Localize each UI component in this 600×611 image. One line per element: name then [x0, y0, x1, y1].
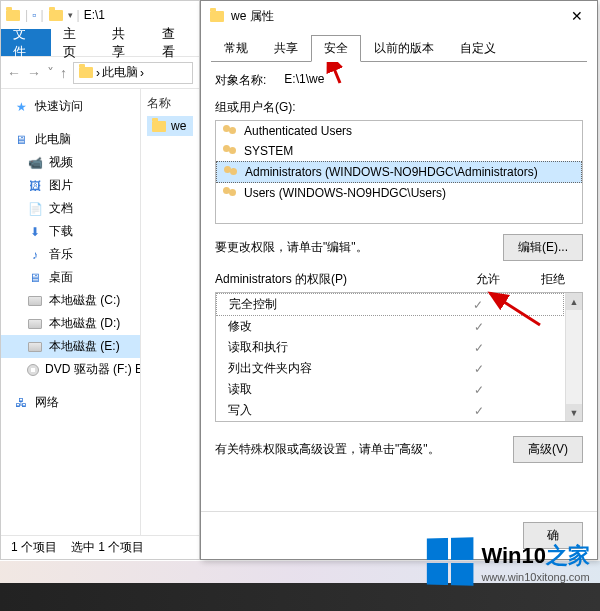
tree-downloads[interactable]: ⬇下载 [1, 220, 140, 243]
network-icon: 🖧 [13, 395, 29, 411]
forward-button[interactable]: → [27, 65, 41, 81]
group-item[interactable]: SYSTEM [216, 141, 582, 161]
scroll-up-icon[interactable]: ▲ [566, 293, 582, 310]
object-name-label: 对象名称: [215, 72, 266, 89]
file-row[interactable]: we [147, 116, 193, 136]
properties-dialog: we 属性 ✕ 常规 共享 安全 以前的版本 自定义 对象名称: E:\1\we… [200, 0, 598, 560]
downloads-icon: ⬇ [27, 224, 43, 240]
status-bar: 1 个项目 选中 1 个项目 [1, 535, 199, 559]
tree-this-pc[interactable]: 🖥此电脑 [1, 128, 140, 151]
dialog-body: 对象名称: E:\1\we 组或用户名(G): Authenticated Us… [201, 62, 597, 511]
check-icon: ✓ [444, 341, 514, 355]
tree-drive-e[interactable]: 本地磁盘 (E:) [1, 335, 140, 358]
column-name[interactable]: 名称 [147, 95, 193, 116]
tree-documents[interactable]: 📄文档 [1, 197, 140, 220]
tree-drive-d[interactable]: 本地磁盘 (D:) [1, 312, 140, 335]
scrollbar[interactable]: ▲ ▼ [565, 293, 582, 421]
tree-drive-c[interactable]: 本地磁盘 (C:) [1, 289, 140, 312]
permission-row[interactable]: 写入✓ [216, 400, 564, 421]
documents-icon: 📄 [27, 201, 43, 217]
ribbon-tabs: 文件 主页 共享 查看 [1, 29, 199, 57]
title-sep3: | [77, 8, 80, 22]
advanced-button[interactable]: 高级(V) [513, 436, 583, 463]
tab-share[interactable]: 共享 [100, 29, 150, 56]
tree-pictures[interactable]: 🖼图片 [1, 174, 140, 197]
window-title: E:\1 [84, 8, 105, 22]
folder-icon [209, 8, 225, 24]
title-sep2: | [40, 8, 43, 22]
address-bar[interactable]: › 此电脑 › [73, 62, 193, 84]
watermark-brand2: 之家 [546, 543, 590, 568]
users-icon [222, 124, 238, 138]
scroll-down-icon[interactable]: ▼ [566, 404, 582, 421]
tree-network[interactable]: 🖧网络 [1, 391, 140, 414]
drive-icon [27, 316, 43, 332]
desktop-icon: 🖥 [27, 270, 43, 286]
group-item-selected[interactable]: Administrators (WINDOWS-NO9HDGC\Administ… [216, 161, 582, 183]
watermark-brand1: Win10 [481, 543, 546, 568]
permission-row[interactable]: 修改✓ [216, 316, 564, 337]
watermark: Win10之家 www.win10xitong.com [426, 538, 590, 585]
tree-videos[interactable]: 📹视频 [1, 151, 140, 174]
permissions-deny-header: 拒绝 [523, 271, 583, 288]
dialog-titlebar: we 属性 ✕ [201, 1, 597, 31]
tree-music[interactable]: ♪音乐 [1, 243, 140, 266]
permissions-listbox[interactable]: 完全控制✓ 修改✓ 读取和执行✓ 列出文件夹内容✓ 读取✓ 写入✓ ▲ ▼ [215, 292, 583, 422]
addr-seg-thispc[interactable]: 此电脑 [102, 64, 138, 81]
file-name: we [171, 119, 186, 133]
permission-row[interactable]: 读取和执行✓ [216, 337, 564, 358]
history-dropdown-icon[interactable]: ˅ [47, 65, 54, 81]
watermark-url: www.win10xitong.com [481, 571, 590, 583]
tab-file[interactable]: 文件 [1, 29, 51, 56]
tree-desktop[interactable]: 🖥桌面 [1, 266, 140, 289]
edit-button[interactable]: 编辑(E)... [503, 234, 583, 261]
ribbon-dropdown-icon[interactable]: ▾ [68, 10, 73, 20]
permissions-label: Administrators 的权限(P) [215, 271, 453, 288]
tab-general[interactable]: 常规 [211, 35, 261, 62]
check-icon: ✓ [444, 362, 514, 376]
tab-view[interactable]: 查看 [150, 29, 200, 56]
drive-icon [27, 339, 43, 355]
check-icon: ✓ [444, 404, 514, 418]
pc-icon: 🖥 [13, 132, 29, 148]
tab-previous-versions[interactable]: 以前的版本 [361, 35, 447, 62]
title-sep: | [25, 8, 28, 22]
videos-icon: 📹 [27, 155, 43, 171]
group-item[interactable]: Users (WINDOWS-NO9HDGC\Users) [216, 183, 582, 203]
tab-home[interactable]: 主页 [51, 29, 101, 56]
dialog-title: we 属性 [231, 8, 274, 25]
advanced-hint: 有关特殊权限或高级设置，请单击"高级"。 [215, 441, 440, 458]
explorer-window: | ▫ | ▾ | E:\1 文件 主页 共享 查看 ← → ˅ ↑ › 此电脑… [0, 0, 200, 560]
folder-icon [78, 65, 94, 81]
tab-customize[interactable]: 自定义 [447, 35, 509, 62]
permission-row[interactable]: 读取✓ [216, 379, 564, 400]
permissions-allow-header: 允许 [453, 271, 523, 288]
users-icon [222, 144, 238, 158]
permission-row[interactable]: 完全控制✓ [216, 293, 564, 316]
folder-icon [151, 118, 167, 134]
dvd-icon [27, 362, 39, 378]
addr-sep: › [96, 66, 100, 80]
users-icon [222, 186, 238, 200]
check-icon: ✓ [443, 298, 513, 312]
permission-row[interactable]: 列出文件夹内容✓ [216, 358, 564, 379]
tree-quick-access[interactable]: ★快速访问 [1, 95, 140, 118]
drive-icon [27, 293, 43, 309]
back-button[interactable]: ← [7, 65, 21, 81]
groups-listbox[interactable]: Authenticated Users SYSTEM Administrator… [215, 120, 583, 224]
qat-icon[interactable]: ▫ [32, 8, 36, 22]
close-button[interactable]: ✕ [557, 1, 597, 31]
check-icon: ✓ [444, 320, 514, 334]
groups-label: 组或用户名(G): [215, 99, 583, 116]
tree-dvd[interactable]: DVD 驱动器 (F:) Bo [1, 358, 140, 381]
up-button[interactable]: ↑ [60, 65, 67, 81]
folder-icon [5, 7, 21, 23]
edit-hint: 要更改权限，请单击"编辑"。 [215, 239, 368, 256]
star-icon: ★ [13, 99, 29, 115]
users-icon [223, 165, 239, 179]
tab-security[interactable]: 安全 [311, 35, 361, 62]
group-item[interactable]: Authenticated Users [216, 121, 582, 141]
addr-sep: › [140, 66, 144, 80]
nav-bar: ← → ˅ ↑ › 此电脑 › [1, 57, 199, 89]
tab-sharing[interactable]: 共享 [261, 35, 311, 62]
